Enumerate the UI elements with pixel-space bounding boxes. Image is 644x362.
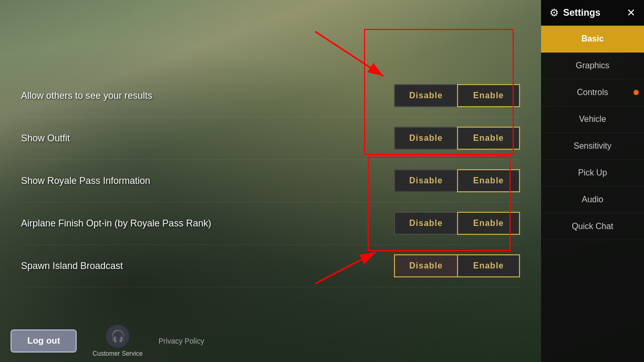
sidebar-item-quickchat[interactable]: Quick Chat bbox=[541, 213, 644, 240]
close-icon[interactable]: ✕ bbox=[627, 6, 636, 19]
toggle-group-spawn-island: DisableEnable bbox=[394, 254, 520, 277]
sidebar-item-pickup[interactable]: Pick Up bbox=[541, 160, 644, 187]
setting-row-airplane-finish: Airplane Finish Opt-in (by Royale Pass R… bbox=[21, 202, 520, 245]
enable-btn-allow-others[interactable]: Enable bbox=[457, 84, 520, 107]
disable-btn-show-outfit[interactable]: Disable bbox=[394, 127, 457, 150]
sidebar-item-controls[interactable]: Controls bbox=[541, 79, 644, 106]
sidebar-item-basic[interactable]: Basic bbox=[541, 26, 644, 53]
enable-btn-show-outfit[interactable]: Enable bbox=[457, 127, 520, 150]
customer-service-button[interactable]: 🎧 Customer Service bbox=[92, 325, 142, 357]
disable-btn-airplane-finish[interactable]: Disable bbox=[394, 212, 457, 235]
sidebar: ⚙ Settings ✕ BasicGraphicsControlsVehicl… bbox=[541, 0, 644, 362]
sidebar-item-graphics[interactable]: Graphics bbox=[541, 53, 644, 79]
sidebar-item-audio[interactable]: Audio bbox=[541, 187, 644, 213]
customer-service-label: Customer Service bbox=[92, 350, 142, 357]
sidebar-item-vehicle[interactable]: Vehicle bbox=[541, 106, 644, 133]
setting-row-spawn-island: Spawn Island BroadcastDisableEnable bbox=[21, 245, 520, 287]
setting-label-allow-others: Allow others to see your results bbox=[21, 90, 152, 101]
setting-label-royale-pass-info: Show Royale Pass Information bbox=[21, 175, 150, 187]
main-content: Allow others to see your resultsDisableE… bbox=[0, 0, 541, 362]
headset-icon: 🎧 bbox=[106, 325, 129, 348]
disable-btn-spawn-island[interactable]: Disable bbox=[394, 254, 457, 277]
settings-title: Settings bbox=[563, 7, 600, 18]
setting-label-spawn-island: Spawn Island Broadcast bbox=[21, 261, 123, 272]
setting-row-show-outfit: Show OutfitDisableEnable bbox=[21, 117, 520, 160]
gear-icon: ⚙ bbox=[549, 6, 559, 19]
setting-row-allow-others: Allow others to see your resultsDisableE… bbox=[21, 75, 520, 117]
sidebar-items: BasicGraphicsControlsVehicleSensitivityP… bbox=[541, 26, 644, 362]
enable-btn-royale-pass-info[interactable]: Enable bbox=[457, 169, 520, 192]
enable-btn-airplane-finish[interactable]: Enable bbox=[457, 212, 520, 235]
setting-row-royale-pass-info: Show Royale Pass InformationDisableEnabl… bbox=[21, 160, 520, 202]
logout-button[interactable]: Log out bbox=[11, 329, 77, 353]
sidebar-header-left: ⚙ Settings bbox=[549, 6, 600, 19]
sidebar-item-sensitivity[interactable]: Sensitivity bbox=[541, 133, 644, 160]
toggle-group-royale-pass-info: DisableEnable bbox=[394, 169, 520, 192]
enable-btn-spawn-island[interactable]: Enable bbox=[457, 254, 520, 277]
toggle-group-airplane-finish: DisableEnable bbox=[394, 212, 520, 235]
privacy-policy-link[interactable]: Privacy Policy bbox=[159, 337, 204, 345]
sidebar-header: ⚙ Settings ✕ bbox=[541, 0, 644, 26]
disable-btn-royale-pass-info[interactable]: Disable bbox=[394, 169, 457, 192]
toggle-group-show-outfit: DisableEnable bbox=[394, 127, 520, 150]
bottom-bar: Log out 🎧 Customer Service Privacy Polic… bbox=[0, 320, 541, 362]
setting-label-show-outfit: Show Outfit bbox=[21, 133, 70, 144]
settings-rows: Allow others to see your resultsDisableE… bbox=[21, 75, 520, 287]
toggle-group-allow-others: DisableEnable bbox=[394, 84, 520, 107]
setting-label-airplane-finish: Airplane Finish Opt-in (by Royale Pass R… bbox=[21, 218, 211, 229]
disable-btn-allow-others[interactable]: Disable bbox=[394, 84, 457, 107]
